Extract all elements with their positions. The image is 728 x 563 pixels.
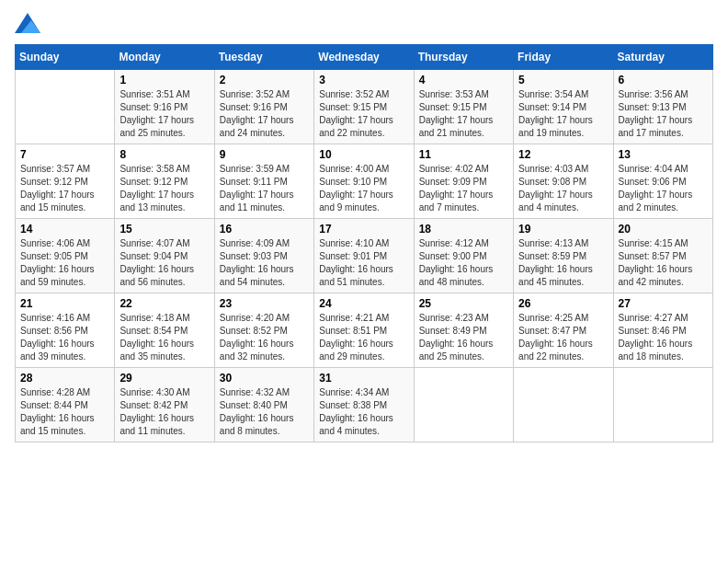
day-number: 29: [119, 372, 209, 385]
logo: [15, 15, 44, 35]
calendar-cell: 31Sunrise: 4:34 AM Sunset: 8:38 PM Dayli…: [314, 368, 414, 442]
calendar-cell: [414, 368, 513, 442]
calendar-cell: 19Sunrise: 4:13 AM Sunset: 8:59 PM Dayli…: [514, 219, 613, 293]
day-number: 11: [419, 148, 508, 161]
header: [15, 15, 713, 35]
week-row-1: 1Sunrise: 3:51 AM Sunset: 9:16 PM Daylig…: [16, 70, 713, 144]
calendar-cell: 5Sunrise: 3:54 AM Sunset: 9:14 PM Daylig…: [514, 70, 613, 144]
calendar-cell: 16Sunrise: 4:09 AM Sunset: 9:03 PM Dayli…: [214, 219, 313, 293]
weekday-header-friday: Friday: [514, 45, 613, 70]
day-number: 8: [119, 148, 209, 161]
day-info: Sunrise: 4:03 AM Sunset: 9:08 PM Dayligh…: [518, 163, 608, 214]
day-number: 21: [20, 297, 109, 310]
weekday-header-sunday: Sunday: [16, 45, 115, 70]
day-number: 27: [619, 297, 708, 310]
calendar-cell: 3Sunrise: 3:52 AM Sunset: 9:15 PM Daylig…: [314, 70, 414, 144]
calendar-cell: 4Sunrise: 3:53 AM Sunset: 9:15 PM Daylig…: [414, 70, 513, 144]
calendar-cell: 9Sunrise: 3:59 AM Sunset: 9:11 PM Daylig…: [214, 144, 313, 219]
day-info: Sunrise: 4:09 AM Sunset: 9:03 PM Dayligh…: [220, 237, 309, 289]
day-info: Sunrise: 3:52 AM Sunset: 9:15 PM Dayligh…: [319, 88, 408, 140]
day-number: 12: [518, 148, 608, 161]
day-number: 18: [419, 223, 508, 236]
day-number: 24: [319, 297, 408, 310]
week-row-5: 28Sunrise: 4:28 AM Sunset: 8:44 PM Dayli…: [16, 368, 713, 442]
day-number: 10: [319, 148, 408, 161]
day-number: 4: [419, 74, 508, 86]
day-info: Sunrise: 4:25 AM Sunset: 8:47 PM Dayligh…: [518, 312, 608, 363]
day-info: Sunrise: 4:32 AM Sunset: 8:40 PM Dayligh…: [220, 386, 309, 438]
day-info: Sunrise: 4:23 AM Sunset: 8:49 PM Dayligh…: [419, 312, 508, 363]
day-number: 3: [319, 74, 408, 86]
day-number: 20: [619, 223, 708, 236]
day-info: Sunrise: 4:30 AM Sunset: 8:42 PM Dayligh…: [119, 386, 209, 438]
day-number: 7: [20, 148, 109, 161]
calendar-cell: 29Sunrise: 4:30 AM Sunset: 8:42 PM Dayli…: [115, 368, 214, 442]
week-row-3: 14Sunrise: 4:06 AM Sunset: 9:05 PM Dayli…: [16, 219, 713, 293]
calendar-cell: 12Sunrise: 4:03 AM Sunset: 9:08 PM Dayli…: [514, 144, 613, 219]
calendar-cell: 15Sunrise: 4:07 AM Sunset: 9:04 PM Dayli…: [115, 219, 214, 293]
calendar-cell: 17Sunrise: 4:10 AM Sunset: 9:01 PM Dayli…: [314, 219, 414, 293]
weekday-header-saturday: Saturday: [613, 45, 712, 70]
day-info: Sunrise: 4:15 AM Sunset: 8:57 PM Dayligh…: [619, 237, 708, 289]
calendar-cell: 23Sunrise: 4:20 AM Sunset: 8:52 PM Dayli…: [214, 293, 313, 368]
day-info: Sunrise: 4:27 AM Sunset: 8:46 PM Dayligh…: [619, 312, 708, 363]
calendar-cell: 27Sunrise: 4:27 AM Sunset: 8:46 PM Dayli…: [613, 293, 712, 368]
day-info: Sunrise: 4:18 AM Sunset: 8:54 PM Dayligh…: [119, 312, 209, 363]
calendar-cell: 25Sunrise: 4:23 AM Sunset: 8:49 PM Dayli…: [414, 293, 513, 368]
calendar-cell: 22Sunrise: 4:18 AM Sunset: 8:54 PM Dayli…: [115, 293, 214, 368]
calendar-cell: 24Sunrise: 4:21 AM Sunset: 8:51 PM Dayli…: [314, 293, 414, 368]
calendar-cell: [514, 368, 613, 442]
day-number: 15: [119, 223, 209, 236]
calendar-cell: 20Sunrise: 4:15 AM Sunset: 8:57 PM Dayli…: [613, 219, 712, 293]
day-number: 1: [119, 74, 209, 86]
day-number: 22: [119, 297, 209, 310]
day-info: Sunrise: 4:10 AM Sunset: 9:01 PM Dayligh…: [319, 237, 408, 289]
day-info: Sunrise: 4:00 AM Sunset: 9:10 PM Dayligh…: [319, 163, 408, 214]
day-info: Sunrise: 3:52 AM Sunset: 9:16 PM Dayligh…: [220, 88, 309, 140]
calendar-cell: 18Sunrise: 4:12 AM Sunset: 9:00 PM Dayli…: [414, 219, 513, 293]
day-number: 23: [220, 297, 309, 310]
day-number: 13: [619, 148, 708, 161]
weekday-header-thursday: Thursday: [414, 45, 513, 70]
day-info: Sunrise: 3:51 AM Sunset: 9:16 PM Dayligh…: [119, 88, 209, 140]
weekday-header-tuesday: Tuesday: [214, 45, 313, 70]
day-info: Sunrise: 4:06 AM Sunset: 9:05 PM Dayligh…: [20, 237, 109, 289]
calendar-cell: 30Sunrise: 4:32 AM Sunset: 8:40 PM Dayli…: [214, 368, 313, 442]
logo-icon: [15, 13, 40, 33]
calendar-cell: [613, 368, 712, 442]
day-number: 26: [518, 297, 608, 310]
calendar-cell: 21Sunrise: 4:16 AM Sunset: 8:56 PM Dayli…: [16, 293, 115, 368]
calendar-cell: 28Sunrise: 4:28 AM Sunset: 8:44 PM Dayli…: [16, 368, 115, 442]
day-info: Sunrise: 4:02 AM Sunset: 9:09 PM Dayligh…: [419, 163, 508, 214]
calendar-cell: 2Sunrise: 3:52 AM Sunset: 9:16 PM Daylig…: [214, 70, 313, 144]
calendar-cell: 26Sunrise: 4:25 AM Sunset: 8:47 PM Dayli…: [514, 293, 613, 368]
calendar-cell: 6Sunrise: 3:56 AM Sunset: 9:13 PM Daylig…: [613, 70, 712, 144]
day-number: 25: [419, 297, 508, 310]
day-info: Sunrise: 4:20 AM Sunset: 8:52 PM Dayligh…: [220, 312, 309, 363]
calendar-cell: 8Sunrise: 3:58 AM Sunset: 9:12 PM Daylig…: [115, 144, 214, 219]
calendar-cell: 7Sunrise: 3:57 AM Sunset: 9:12 PM Daylig…: [16, 144, 115, 219]
day-info: Sunrise: 3:54 AM Sunset: 9:14 PM Dayligh…: [518, 88, 608, 140]
day-number: 6: [619, 74, 708, 86]
day-info: Sunrise: 3:53 AM Sunset: 9:15 PM Dayligh…: [419, 88, 508, 140]
weekday-header-row: SundayMondayTuesdayWednesdayThursdayFrid…: [16, 45, 713, 70]
weekday-header-wednesday: Wednesday: [314, 45, 414, 70]
day-number: 14: [20, 223, 109, 236]
day-info: Sunrise: 3:56 AM Sunset: 9:13 PM Dayligh…: [619, 88, 708, 140]
day-info: Sunrise: 4:28 AM Sunset: 8:44 PM Dayligh…: [20, 386, 109, 438]
calendar-cell: [16, 70, 115, 144]
day-number: 17: [319, 223, 408, 236]
day-number: 16: [220, 223, 309, 236]
day-number: 30: [220, 372, 309, 385]
day-number: 2: [220, 74, 309, 86]
calendar-cell: 11Sunrise: 4:02 AM Sunset: 9:09 PM Dayli…: [414, 144, 513, 219]
calendar-cell: 10Sunrise: 4:00 AM Sunset: 9:10 PM Dayli…: [314, 144, 414, 219]
day-info: Sunrise: 4:13 AM Sunset: 8:59 PM Dayligh…: [518, 237, 608, 289]
day-info: Sunrise: 4:21 AM Sunset: 8:51 PM Dayligh…: [319, 312, 408, 363]
day-info: Sunrise: 4:34 AM Sunset: 8:38 PM Dayligh…: [319, 386, 408, 438]
calendar-cell: 1Sunrise: 3:51 AM Sunset: 9:16 PM Daylig…: [115, 70, 214, 144]
day-number: 9: [220, 148, 309, 161]
weekday-header-monday: Monday: [115, 45, 214, 70]
day-info: Sunrise: 3:57 AM Sunset: 9:12 PM Dayligh…: [20, 163, 109, 214]
calendar-cell: 14Sunrise: 4:06 AM Sunset: 9:05 PM Dayli…: [16, 219, 115, 293]
